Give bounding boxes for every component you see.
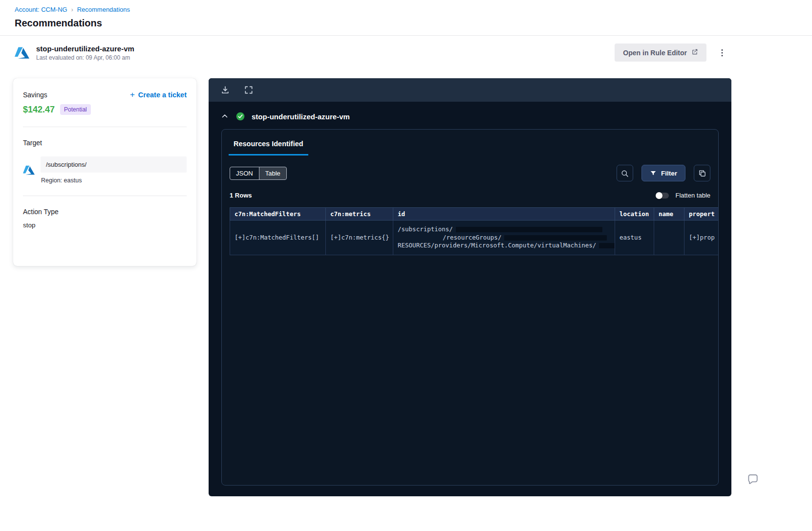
table-row: [+]c7n:MatchedFilters[] [+]c7n:metrics{}… [230, 221, 719, 255]
tabs-row: Resources Identified [222, 130, 718, 155]
toggle-knob [656, 192, 662, 199]
filter-button[interactable]: Filter [641, 165, 685, 181]
breadcrumb-separator-icon: › [71, 6, 73, 13]
panel-toolbar [209, 78, 731, 102]
download-button[interactable] [220, 85, 230, 95]
copy-icon [698, 169, 706, 177]
open-rule-editor-label: Open in Rule Editor [623, 49, 687, 57]
target-texts: /subscriptions/ Region: eastus [41, 156, 187, 184]
target-region: Region: eastus [41, 177, 187, 184]
open-rule-editor-button[interactable]: Open in Rule Editor [615, 44, 706, 62]
cell-location: eastus [615, 221, 654, 255]
search-icon [620, 169, 629, 177]
id-line-3: RESOURCES/providers/Microsoft.Compute/vi… [398, 242, 610, 250]
more-options-button[interactable] [716, 47, 728, 59]
view-controls-row: JSON Table Filter [230, 165, 710, 181]
page-title: Recommendations [15, 18, 812, 29]
filter-funnel-icon [650, 170, 657, 177]
action-type-value: stop [23, 221, 187, 229]
fullscreen-button[interactable] [244, 85, 254, 95]
panel-rule-row: stop-underutilized-azure-vm [209, 102, 731, 124]
copy-button[interactable] [694, 165, 710, 181]
plus-icon: + [130, 91, 135, 98]
external-link-icon [691, 48, 698, 57]
redacted-text [599, 243, 615, 248]
card-divider [23, 196, 187, 196]
savings-row: Savings + Create a ticket [23, 91, 187, 99]
savings-amount-row: $142.47 Potential [23, 104, 187, 115]
resources-identified-panel: Resources Identified JSON Table [221, 129, 719, 486]
action-type-label: Action Type [23, 208, 187, 216]
redacted-text [504, 235, 607, 241]
flatten-control: Flatten table [656, 192, 710, 199]
rule-header-left: stop-underutilized-azure-vm Last evaluat… [15, 44, 134, 61]
column-header-metrics: c7n:metrics [326, 208, 393, 221]
id-text-1: /subscriptions/ [398, 225, 453, 233]
flatten-table-label: Flatten table [675, 192, 710, 199]
azure-target-icon [23, 164, 35, 176]
flatten-table-toggle[interactable] [656, 193, 669, 199]
rule-titles: stop-underutilized-azure-vm Last evaluat… [36, 44, 134, 61]
azure-logo-icon [15, 45, 29, 60]
success-check-icon [235, 111, 245, 121]
kebab-menu-icon [717, 48, 727, 58]
column-header-name: name [654, 208, 684, 221]
search-button[interactable] [617, 165, 633, 181]
target-subscription-path: /subscriptions/ [41, 156, 187, 173]
filter-label: Filter [661, 170, 677, 177]
chat-bubble-icon [747, 473, 759, 486]
savings-card: Savings + Create a ticket $142.47 Potent… [13, 78, 196, 266]
chevron-up-icon [220, 112, 229, 121]
breadcrumb-recommendations-link[interactable]: Recommendations [77, 6, 130, 13]
cell-properties[interactable]: [+]prop [684, 221, 719, 255]
id-line-2: /resourceGroups/ [443, 234, 610, 242]
create-ticket-label: Create a ticket [138, 91, 187, 99]
column-header-id: id [393, 208, 615, 221]
view-toggle: JSON Table [230, 167, 287, 180]
rule-name: stop-underutilized-azure-vm [36, 44, 134, 53]
row-count: 1 Rows [230, 192, 252, 199]
breadcrumb: Account: CCM-NG › Recommendations [15, 6, 812, 13]
column-header-properties: propert [684, 208, 719, 221]
rule-last-evaluated: Last evaluated on: 09 Apr, 06:00 am [36, 54, 134, 61]
potential-badge: Potential [60, 104, 91, 115]
cell-name [654, 221, 684, 255]
card-divider [23, 127, 187, 127]
resource-viewer-panel: stop-underutilized-azure-vm Resources Id… [209, 78, 731, 496]
column-header-matched-filters: c7n:MatchedFilters [230, 208, 326, 221]
download-icon [220, 85, 230, 95]
results-table-container[interactable]: c7n:MatchedFilters c7n:metrics id locati… [230, 207, 718, 255]
redacted-text [456, 227, 602, 232]
id-line-1: /subscriptions/ [398, 225, 610, 234]
cell-id: /subscriptions/ /resourceGroups/ RESOURC… [393, 221, 615, 255]
target-row: /subscriptions/ Region: eastus [23, 156, 187, 184]
fullscreen-icon [244, 85, 254, 95]
tab-resources-identified[interactable]: Resources Identified [229, 137, 308, 155]
rule-header: stop-underutilized-azure-vm Last evaluat… [0, 36, 812, 69]
rule-header-actions: Open in Rule Editor [615, 44, 728, 62]
id-text-2: /resourceGroups/ [443, 234, 501, 241]
panel-rule-name: stop-underutilized-azure-vm [252, 112, 350, 121]
savings-amount: $142.47 [23, 105, 55, 115]
breadcrumb-account-link[interactable]: Account: CCM-NG [15, 6, 67, 13]
column-header-location: location [615, 208, 654, 221]
rows-summary-row: 1 Rows Flatten table [230, 192, 710, 199]
view-toggle-json[interactable]: JSON [230, 167, 259, 179]
main-content: Savings + Create a ticket $142.47 Potent… [13, 78, 812, 496]
table-header-row: c7n:MatchedFilters c7n:metrics id locati… [230, 208, 719, 221]
target-label: Target [23, 139, 187, 147]
top-header: Account: CCM-NG › Recommendations Recomm… [0, 0, 812, 29]
cell-metrics[interactable]: [+]c7n:metrics{} [326, 221, 393, 255]
results-table: c7n:MatchedFilters c7n:metrics id locati… [230, 207, 718, 255]
collapse-button[interactable] [220, 112, 229, 121]
create-ticket-link[interactable]: + Create a ticket [130, 91, 187, 99]
chat-help-button[interactable] [747, 473, 759, 486]
id-text-3: RESOURCES/providers/Microsoft.Compute/vi… [398, 242, 596, 249]
view-toggle-table[interactable]: Table [259, 167, 286, 179]
savings-label: Savings [23, 91, 47, 99]
cell-matched-filters[interactable]: [+]c7n:MatchedFilters[] [230, 221, 326, 255]
